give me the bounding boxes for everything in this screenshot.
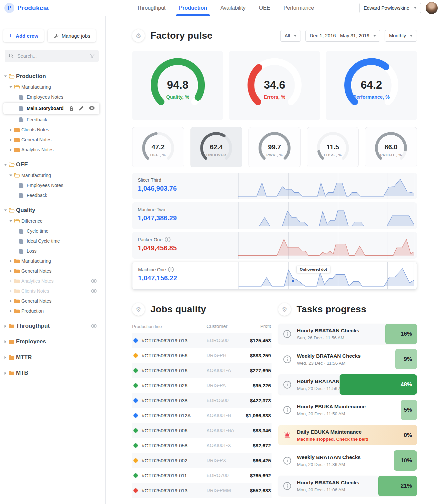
interval-select[interactable]: Monthly: [385, 30, 417, 42]
tree-item-general-notes[interactable]: General Notes: [0, 266, 105, 276]
eye-icon[interactable]: [89, 106, 95, 111]
caret-down-icon[interactable]: [3, 209, 8, 211]
eye-off-icon[interactable]: [91, 289, 97, 293]
caret-down-icon[interactable]: [3, 75, 8, 77]
app-logo[interactable]: P: [4, 3, 14, 13]
tree-item-general-notes[interactable]: General Notes: [0, 296, 105, 306]
tree-item-mtb[interactable]: MTB: [0, 367, 105, 379]
sparkline-row-machine-two[interactable]: Machine Two1,047,386.29: [132, 202, 417, 229]
table-row[interactable]: #GTD25062019-056DRIS-PH$883,259: [132, 348, 272, 363]
tree-item-througthput[interactable]: Througthput: [0, 320, 105, 332]
caret-right-icon[interactable]: [3, 340, 8, 343]
scope-select[interactable]: All: [280, 30, 301, 42]
table-row[interactable]: #GTD25062019-006KOKI001-BA$88,346: [132, 423, 272, 438]
task-item[interactable]: Hourly BRATAAN ChecksSun, 26 Dec · 11:56…: [278, 324, 417, 344]
small-gauge-pwr[interactable]: 99.7PWR , %: [249, 127, 301, 167]
file-tree: ProductionManufacturingEmployees NotesMa…: [0, 71, 105, 379]
table-row[interactable]: #GTD25062019-002DRIS-PX$66,425: [132, 453, 272, 468]
tree-item-manufacturing[interactable]: Manufacturing: [0, 170, 105, 180]
task-item[interactable]: Weekly BRATAAN ChecksMon, 20 Dec · 11:36…: [278, 450, 417, 471]
tab-production[interactable]: Production: [179, 0, 207, 16]
task-item[interactable]: Hourly EBUKA MaintenanceMon, 20 Dec · 11…: [278, 400, 417, 420]
tree-item-employees[interactable]: Employees: [0, 336, 105, 347]
eye-off-icon[interactable]: [91, 279, 97, 283]
table-row[interactable]: #GTD25062019-016KOKI001-A$277,695: [132, 363, 272, 378]
tree-item-manufacturing[interactable]: Manufacturing: [0, 82, 105, 92]
tree-item-employees-notes[interactable]: Employees Notes: [0, 180, 105, 190]
tree-item-clients-notes[interactable]: Clients Notes: [0, 125, 105, 135]
caret-right-icon[interactable]: [8, 280, 13, 283]
gear-icon[interactable]: ⚙: [278, 303, 291, 316]
table-row[interactable]: #GTD25062019-013DRIS-PMM$552,683: [132, 483, 272, 498]
eye-off-icon[interactable]: [91, 324, 97, 328]
table-row[interactable]: #GTD25062019-038EDRO600$422,373: [132, 393, 272, 408]
caret-right-icon[interactable]: [8, 310, 13, 313]
tree-item-analytics-notes[interactable]: Analytics Notes: [0, 276, 105, 286]
tree-item-general-notes[interactable]: General Notes: [0, 135, 105, 145]
caret-right-icon[interactable]: [3, 372, 8, 375]
tree-item-oee[interactable]: OEE: [0, 159, 105, 170]
tree-item-difference[interactable]: Difference: [0, 216, 105, 226]
task-item[interactable]: Hourly BRATAAN ChecksMon, 20 Dec · 11:56…: [278, 374, 417, 395]
task-item[interactable]: Hourly BRATAAN ChecksMon, 20 Dec · 11:06…: [278, 476, 417, 496]
user-menu[interactable]: Edward Powlowskine: [359, 3, 421, 13]
table-row[interactable]: #GTD25062019-026DRIS-PA$95,226: [132, 378, 272, 393]
caret-right-icon[interactable]: [3, 325, 8, 328]
table-row[interactable]: #GTD25062019-013EDRO500$125,453: [132, 333, 272, 348]
tree-item-mttr[interactable]: MTTR: [0, 352, 105, 363]
avatar[interactable]: [426, 2, 438, 14]
sparkline-row-machine-one[interactable]: Machine One1,047,156.22Onhovered dot: [132, 262, 417, 290]
info-icon[interactable]: [165, 237, 170, 242]
tab-availability[interactable]: Availability: [220, 0, 246, 16]
tree-item-feedback[interactable]: Feedback: [0, 115, 105, 125]
caret-right-icon[interactable]: [8, 148, 13, 151]
tree-item-manufacturing[interactable]: Manufacturing: [0, 256, 105, 266]
caret-down-icon[interactable]: [3, 164, 8, 166]
caret-right-icon[interactable]: [8, 128, 13, 131]
tree-item-quality[interactable]: Quality: [0, 205, 105, 216]
small-gauge-oee[interactable]: 47.2OEE , %: [132, 127, 184, 167]
add-crew-button[interactable]: + Add crew: [3, 29, 44, 42]
caret-right-icon[interactable]: [8, 260, 13, 263]
caret-down-icon[interactable]: [8, 174, 13, 176]
date-range-select[interactable]: Dec 1, 2016 · May 31, 2019: [305, 30, 380, 42]
lock-icon[interactable]: [69, 106, 74, 111]
tree-item-loss[interactable]: Loss: [0, 246, 105, 256]
caret-right-icon[interactable]: [8, 270, 13, 273]
caret-right-icon[interactable]: [8, 300, 13, 303]
gear-icon[interactable]: ⚙: [132, 303, 145, 316]
filter-icon[interactable]: [90, 54, 95, 58]
tab-performance[interactable]: Performance: [284, 0, 314, 16]
tree-item-ideal-cycle-time[interactable]: Ideal Cycle time: [0, 236, 105, 246]
caret-right-icon[interactable]: [3, 356, 8, 359]
tree-item-production[interactable]: Production: [0, 71, 105, 82]
table-row[interactable]: #GTD25062019-058KOKI001-X$82,672: [132, 438, 272, 453]
table-row[interactable]: #GTD25062019-011EDRO700$765,692: [132, 468, 272, 483]
tree-item-cycle-time[interactable]: Cycle time: [0, 226, 105, 236]
tree-item-analytics-notes[interactable]: Analytics Notes: [0, 145, 105, 155]
info-icon[interactable]: [168, 267, 174, 272]
caret-down-icon[interactable]: [8, 86, 13, 88]
tree-item-employees-notes[interactable]: Employees Notes: [0, 92, 105, 102]
sparkline-row-packer-one[interactable]: Packer One1,049,456.85: [132, 232, 417, 259]
sparkline-row-slicer-third[interactable]: Slicer Third1,046,903.76: [132, 173, 417, 199]
small-gauge-onhover[interactable]: 62.4ONHOVER: [190, 127, 243, 167]
pencil-icon[interactable]: [79, 106, 84, 111]
tree-item-main-storyboard[interactable]: Main.Storyboard: [3, 103, 99, 114]
tab-througthput[interactable]: Througthput: [137, 0, 165, 16]
tree-item-clients-notes[interactable]: Clients Notes: [0, 286, 105, 296]
caret-down-icon[interactable]: [8, 220, 13, 222]
task-item[interactable]: Daily EBUKA MaintenanceMachine stopped. …: [278, 425, 417, 445]
caret-right-icon[interactable]: [8, 290, 13, 293]
tree-item-feedback[interactable]: Feedback: [0, 190, 105, 200]
manage-jobs-button[interactable]: Manage jobs: [48, 29, 96, 42]
table-row[interactable]: #GTD25062019-012AKOKI001-B$1,066,838: [132, 408, 272, 423]
gear-icon[interactable]: ⚙: [132, 29, 145, 42]
search-input[interactable]: [17, 53, 86, 59]
task-item[interactable]: Weekly BRATAAN ChecksWed, 23 Dec · 11:56…: [278, 349, 417, 369]
small-gauge-profit[interactable]: 86.0PROFIT , %: [365, 127, 417, 167]
tab-oee[interactable]: OEE: [259, 0, 270, 16]
caret-right-icon[interactable]: [8, 138, 13, 141]
small-gauge-loss[interactable]: 11.5LOSS , %: [307, 127, 359, 167]
tree-item-production[interactable]: Production: [0, 306, 105, 316]
